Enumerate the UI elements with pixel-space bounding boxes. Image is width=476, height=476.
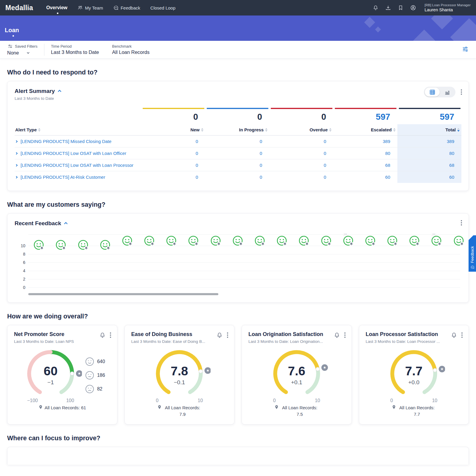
sort-control[interactable]: [201, 128, 203, 132]
alert-type-link[interactable]: [LENDING PRODUCTS] At-Risk Customer: [15, 171, 141, 183]
alert-count[interactable]: 0: [205, 136, 269, 147]
time-period-block[interactable]: Time Period Last 3 Months to Date: [51, 44, 99, 55]
expand-chevron-icon[interactable]: [15, 140, 18, 143]
alert-count[interactable]: 389: [333, 136, 397, 147]
bell-icon[interactable]: [334, 332, 340, 338]
collapse-chevron-icon[interactable]: [57, 89, 62, 93]
feedback-point[interactable]: [166, 235, 178, 248]
feedback-side-tab[interactable]: Feedback: [469, 235, 476, 272]
feedback-point[interactable]: ...: [431, 235, 443, 248]
sort-control[interactable]: [265, 128, 267, 132]
svg-text:★: ★: [323, 365, 326, 370]
alert-count[interactable]: 0: [141, 147, 205, 159]
nav-item-feedback[interactable]: Feedback: [113, 5, 140, 10]
feedback-point[interactable]: [33, 239, 45, 252]
benchmark-pin-icon: [392, 405, 396, 409]
alert-count[interactable]: 0: [205, 171, 269, 183]
bookmark-icon[interactable]: [398, 5, 404, 11]
kebab-menu[interactable]: [460, 88, 463, 96]
benchmark-row: All Loan Records: 7.9: [131, 405, 228, 418]
nav-item-overview[interactable]: Overview: [46, 5, 67, 10]
collapse-chevron-icon[interactable]: [64, 221, 68, 225]
bell-icon[interactable]: [99, 332, 106, 338]
benchmark-block[interactable]: Benchmark All Loan Records: [112, 44, 150, 55]
y-axis-label: 0: [16, 285, 25, 290]
column-header[interactable]: Escalated: [333, 124, 397, 135]
alert-summary-table: 0 0 0 597 597Alert TypeNewIn ProgressOve…: [15, 108, 461, 183]
saved-filters-dropdown[interactable]: None: [7, 50, 38, 56]
alert-count[interactable]: 0: [141, 136, 205, 147]
alert-count[interactable]: 80: [397, 147, 461, 159]
expand-chevron-icon[interactable]: [15, 152, 18, 155]
alert-count[interactable]: 68: [397, 159, 461, 171]
feedback-point[interactable]: [365, 235, 377, 248]
table-view-button[interactable]: [425, 88, 440, 97]
gauge-subtitle: Last 3 Months to Date: Ease of Doing B..…: [131, 339, 206, 344]
column-header[interactable]: In Progress: [205, 124, 269, 135]
benchmark-row: All Loan Records: 7.5: [248, 405, 345, 418]
benchmark-label: Benchmark: [112, 44, 150, 49]
alert-count[interactable]: 60: [397, 171, 461, 183]
alert-type-link[interactable]: [LENDING PRODUCTS] Low OSAT with Loan Pr…: [15, 159, 141, 171]
feedback-point[interactable]: [55, 239, 67, 252]
sort-control[interactable]: [393, 128, 396, 132]
filter-settings-button[interactable]: [462, 46, 469, 54]
alert-count[interactable]: 68: [333, 159, 397, 171]
kebab-menu[interactable]: [460, 331, 464, 339]
feedback-point[interactable]: [254, 235, 266, 248]
bell-icon[interactable]: [373, 5, 379, 11]
horizontal-scrollbar[interactable]: [28, 293, 218, 295]
feedback-point[interactable]: [144, 235, 155, 248]
alert-type-link[interactable]: [LENDING PRODUCTS] Low OSAT with Loan Of…: [15, 147, 141, 159]
user-block[interactable]: [RB] Loan Processor Manager Lauren Shant…: [424, 3, 471, 13]
decor-diamond: [413, 29, 435, 41]
alert-count[interactable]: 0: [269, 171, 333, 183]
feedback-point[interactable]: [409, 235, 421, 248]
alert-count[interactable]: 60: [333, 171, 397, 183]
feedback-point[interactable]: [77, 239, 89, 252]
feedback-point[interactable]: [210, 235, 222, 248]
kebab-menu[interactable]: [226, 331, 229, 339]
feedback-point[interactable]: [232, 235, 244, 248]
nav-item-closed-loop[interactable]: Closed Loop: [150, 5, 175, 10]
feedback-point[interactable]: [298, 235, 310, 248]
download-icon[interactable]: [385, 5, 391, 11]
kebab-menu[interactable]: [343, 331, 347, 339]
feedback-point[interactable]: [122, 235, 133, 248]
column-header[interactable]: Overdue: [269, 124, 333, 135]
alert-count[interactable]: 80: [333, 147, 397, 159]
alert-count[interactable]: 0: [269, 147, 333, 159]
alert-type-link[interactable]: [LENDING PRODUCTS] Missed Closing Date: [15, 136, 141, 147]
sort-control[interactable]: [38, 128, 41, 132]
kebab-menu[interactable]: [109, 331, 112, 339]
alert-count[interactable]: 0: [269, 159, 333, 171]
kpi-gauge-card: Loan Origination Satisfaction Last 3 Mon…: [242, 325, 352, 424]
alert-count[interactable]: 0: [141, 159, 205, 171]
column-header-alert-type[interactable]: Alert Type: [15, 124, 141, 135]
kebab-menu[interactable]: [460, 219, 463, 227]
feedback-point[interactable]: ...: [343, 235, 354, 248]
alert-count[interactable]: 0: [269, 136, 333, 147]
feedback-point[interactable]: [453, 235, 465, 248]
time-period-value: Last 3 Months to Date: [51, 49, 99, 55]
column-header[interactable]: Total: [397, 124, 461, 135]
nav-item-my-team[interactable]: My Team: [77, 5, 103, 10]
alert-count[interactable]: 0: [205, 159, 269, 171]
sort-control[interactable]: [457, 128, 460, 132]
feedback-point[interactable]: [321, 235, 332, 248]
column-header[interactable]: New: [141, 124, 205, 135]
feedback-point[interactable]: [99, 239, 111, 252]
alert-count[interactable]: 389: [397, 136, 461, 147]
bell-icon[interactable]: [216, 332, 223, 338]
chart-view-button[interactable]: [440, 88, 455, 97]
avatar-icon[interactable]: [410, 5, 416, 11]
feedback-point[interactable]: [387, 235, 399, 248]
alert-count[interactable]: 0: [205, 147, 269, 159]
sort-control[interactable]: [329, 128, 332, 132]
feedback-point[interactable]: [188, 235, 200, 248]
bell-icon[interactable]: [451, 332, 457, 338]
expand-chevron-icon[interactable]: [15, 164, 18, 167]
expand-chevron-icon[interactable]: [15, 176, 18, 179]
alert-count[interactable]: 0: [141, 171, 205, 183]
feedback-point[interactable]: [276, 235, 288, 248]
